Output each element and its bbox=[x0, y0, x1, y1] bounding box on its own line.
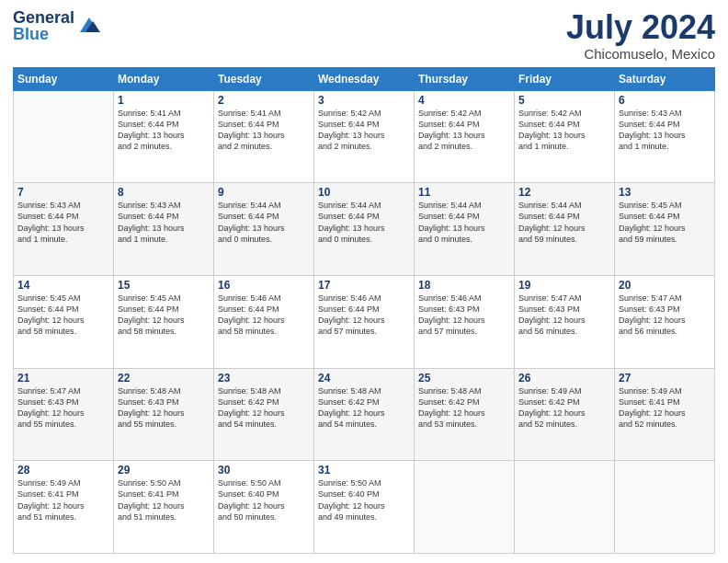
day-number: 4 bbox=[418, 94, 510, 107]
day-number: 26 bbox=[518, 372, 610, 385]
day-info: Sunrise: 5:46 AM Sunset: 6:43 PM Dayligh… bbox=[418, 293, 510, 338]
weekday-header-monday: Monday bbox=[114, 67, 214, 90]
day-number: 5 bbox=[518, 94, 610, 107]
day-info: Sunrise: 5:43 AM Sunset: 6:44 PM Dayligh… bbox=[118, 200, 210, 245]
day-info: Sunrise: 5:49 AM Sunset: 6:41 PM Dayligh… bbox=[17, 477, 109, 523]
day-info: Sunrise: 5:42 AM Sunset: 6:44 PM Dayligh… bbox=[418, 108, 510, 153]
day-info: Sunrise: 5:41 AM Sunset: 6:44 PM Dayligh… bbox=[218, 108, 310, 153]
day-info: Sunrise: 5:42 AM Sunset: 6:44 PM Dayligh… bbox=[318, 108, 410, 153]
day-number: 28 bbox=[17, 464, 109, 477]
calendar-cell bbox=[415, 461, 515, 554]
day-number: 20 bbox=[619, 279, 711, 292]
calendar-cell: 17Sunrise: 5:46 AM Sunset: 6:44 PM Dayli… bbox=[314, 275, 415, 368]
day-number: 14 bbox=[17, 279, 109, 292]
calendar-cell: 30Sunrise: 5:50 AM Sunset: 6:40 PM Dayli… bbox=[214, 461, 314, 554]
day-info: Sunrise: 5:50 AM Sunset: 6:40 PM Dayligh… bbox=[218, 477, 310, 523]
calendar-cell: 7Sunrise: 5:43 AM Sunset: 6:44 PM Daylig… bbox=[14, 183, 114, 276]
calendar-cell: 28Sunrise: 5:49 AM Sunset: 6:41 PM Dayli… bbox=[14, 461, 114, 554]
logo-icon bbox=[76, 16, 102, 36]
day-info: Sunrise: 5:45 AM Sunset: 6:44 PM Dayligh… bbox=[17, 293, 109, 338]
day-number: 16 bbox=[218, 279, 310, 292]
calendar-week-3: 14Sunrise: 5:45 AM Sunset: 6:44 PM Dayli… bbox=[14, 275, 715, 368]
calendar-cell: 5Sunrise: 5:42 AM Sunset: 6:44 PM Daylig… bbox=[515, 90, 615, 183]
day-info: Sunrise: 5:43 AM Sunset: 6:44 PM Dayligh… bbox=[17, 200, 109, 245]
weekday-header-thursday: Thursday bbox=[415, 67, 515, 90]
calendar-cell: 3Sunrise: 5:42 AM Sunset: 6:44 PM Daylig… bbox=[314, 90, 415, 183]
calendar-cell: 11Sunrise: 5:44 AM Sunset: 6:44 PM Dayli… bbox=[415, 183, 515, 276]
day-info: Sunrise: 5:47 AM Sunset: 6:43 PM Dayligh… bbox=[518, 293, 610, 338]
day-info: Sunrise: 5:44 AM Sunset: 6:44 PM Dayligh… bbox=[418, 200, 510, 245]
day-number: 31 bbox=[318, 464, 410, 477]
month-title: July 2024 bbox=[566, 9, 715, 46]
weekday-header-saturday: Saturday bbox=[615, 67, 715, 90]
calendar-cell: 21Sunrise: 5:47 AM Sunset: 6:43 PM Dayli… bbox=[14, 368, 114, 461]
day-number: 13 bbox=[619, 186, 711, 199]
calendar-cell: 26Sunrise: 5:49 AM Sunset: 6:42 PM Dayli… bbox=[515, 368, 615, 461]
day-info: Sunrise: 5:43 AM Sunset: 6:44 PM Dayligh… bbox=[619, 108, 711, 153]
day-number: 18 bbox=[418, 279, 510, 292]
day-number: 1 bbox=[118, 94, 210, 107]
calendar-cell: 13Sunrise: 5:45 AM Sunset: 6:44 PM Dayli… bbox=[615, 183, 715, 276]
day-number: 24 bbox=[318, 372, 410, 385]
day-number: 7 bbox=[17, 186, 109, 199]
calendar-cell: 1Sunrise: 5:41 AM Sunset: 6:44 PM Daylig… bbox=[114, 90, 214, 183]
calendar-cell: 8Sunrise: 5:43 AM Sunset: 6:44 PM Daylig… bbox=[114, 183, 214, 276]
day-number: 27 bbox=[619, 372, 711, 385]
day-number: 21 bbox=[17, 372, 109, 385]
calendar-cell: 22Sunrise: 5:48 AM Sunset: 6:43 PM Dayli… bbox=[114, 368, 214, 461]
calendar-page: GeneralBlue July 2024 Chicomuselo, Mexic… bbox=[0, 0, 728, 563]
day-info: Sunrise: 5:44 AM Sunset: 6:44 PM Dayligh… bbox=[318, 200, 410, 245]
day-number: 22 bbox=[118, 372, 210, 385]
logo-text: GeneralBlue bbox=[13, 9, 74, 42]
day-number: 23 bbox=[218, 372, 310, 385]
calendar-cell: 19Sunrise: 5:47 AM Sunset: 6:43 PM Dayli… bbox=[515, 275, 615, 368]
calendar-cell: 10Sunrise: 5:44 AM Sunset: 6:44 PM Dayli… bbox=[314, 183, 415, 276]
calendar-cell: 6Sunrise: 5:43 AM Sunset: 6:44 PM Daylig… bbox=[615, 90, 715, 183]
weekday-header-sunday: Sunday bbox=[14, 67, 114, 90]
calendar-cell: 18Sunrise: 5:46 AM Sunset: 6:43 PM Dayli… bbox=[415, 275, 515, 368]
calendar-cell: 23Sunrise: 5:48 AM Sunset: 6:42 PM Dayli… bbox=[214, 368, 314, 461]
day-info: Sunrise: 5:50 AM Sunset: 6:40 PM Dayligh… bbox=[318, 477, 410, 523]
day-info: Sunrise: 5:50 AM Sunset: 6:41 PM Dayligh… bbox=[118, 477, 210, 523]
day-info: Sunrise: 5:49 AM Sunset: 6:42 PM Dayligh… bbox=[518, 385, 610, 431]
day-number: 11 bbox=[418, 186, 510, 199]
calendar-cell: 20Sunrise: 5:47 AM Sunset: 6:43 PM Dayli… bbox=[615, 275, 715, 368]
day-info: Sunrise: 5:46 AM Sunset: 6:44 PM Dayligh… bbox=[218, 293, 310, 338]
day-number: 3 bbox=[318, 94, 410, 107]
day-number: 29 bbox=[118, 464, 210, 477]
day-number: 6 bbox=[619, 94, 711, 107]
calendar-week-1: 1Sunrise: 5:41 AM Sunset: 6:44 PM Daylig… bbox=[14, 90, 715, 183]
calendar-cell: 16Sunrise: 5:46 AM Sunset: 6:44 PM Dayli… bbox=[214, 275, 314, 368]
calendar-cell bbox=[515, 461, 615, 554]
day-info: Sunrise: 5:48 AM Sunset: 6:42 PM Dayligh… bbox=[418, 385, 510, 431]
calendar-week-2: 7Sunrise: 5:43 AM Sunset: 6:44 PM Daylig… bbox=[14, 183, 715, 276]
day-number: 9 bbox=[218, 186, 310, 199]
day-number: 8 bbox=[118, 186, 210, 199]
weekday-header-row: SundayMondayTuesdayWednesdayThursdayFrid… bbox=[14, 67, 715, 90]
day-number: 12 bbox=[518, 186, 610, 199]
day-number: 10 bbox=[318, 186, 410, 199]
calendar-week-5: 28Sunrise: 5:49 AM Sunset: 6:41 PM Dayli… bbox=[14, 461, 715, 554]
calendar-cell: 9Sunrise: 5:44 AM Sunset: 6:44 PM Daylig… bbox=[214, 183, 314, 276]
day-info: Sunrise: 5:48 AM Sunset: 6:42 PM Dayligh… bbox=[218, 385, 310, 431]
day-number: 30 bbox=[218, 464, 310, 477]
calendar-cell: 24Sunrise: 5:48 AM Sunset: 6:42 PM Dayli… bbox=[314, 368, 415, 461]
day-info: Sunrise: 5:47 AM Sunset: 6:43 PM Dayligh… bbox=[619, 293, 711, 338]
weekday-header-friday: Friday bbox=[515, 67, 615, 90]
weekday-header-tuesday: Tuesday bbox=[214, 67, 314, 90]
calendar-cell bbox=[14, 90, 114, 183]
day-number: 2 bbox=[218, 94, 310, 107]
calendar-week-4: 21Sunrise: 5:47 AM Sunset: 6:43 PM Dayli… bbox=[14, 368, 715, 461]
day-info: Sunrise: 5:46 AM Sunset: 6:44 PM Dayligh… bbox=[318, 293, 410, 338]
day-info: Sunrise: 5:48 AM Sunset: 6:43 PM Dayligh… bbox=[118, 385, 210, 431]
calendar-cell: 25Sunrise: 5:48 AM Sunset: 6:42 PM Dayli… bbox=[415, 368, 515, 461]
day-info: Sunrise: 5:49 AM Sunset: 6:41 PM Dayligh… bbox=[619, 385, 711, 431]
calendar-cell: 4Sunrise: 5:42 AM Sunset: 6:44 PM Daylig… bbox=[415, 90, 515, 183]
day-info: Sunrise: 5:45 AM Sunset: 6:44 PM Dayligh… bbox=[619, 200, 711, 245]
location-subtitle: Chicomuselo, Mexico bbox=[566, 46, 715, 62]
day-number: 19 bbox=[518, 279, 610, 292]
day-info: Sunrise: 5:44 AM Sunset: 6:44 PM Dayligh… bbox=[518, 200, 610, 245]
calendar-cell: 29Sunrise: 5:50 AM Sunset: 6:41 PM Dayli… bbox=[114, 461, 214, 554]
calendar-cell: 31Sunrise: 5:50 AM Sunset: 6:40 PM Dayli… bbox=[314, 461, 415, 554]
day-info: Sunrise: 5:41 AM Sunset: 6:44 PM Dayligh… bbox=[118, 108, 210, 153]
